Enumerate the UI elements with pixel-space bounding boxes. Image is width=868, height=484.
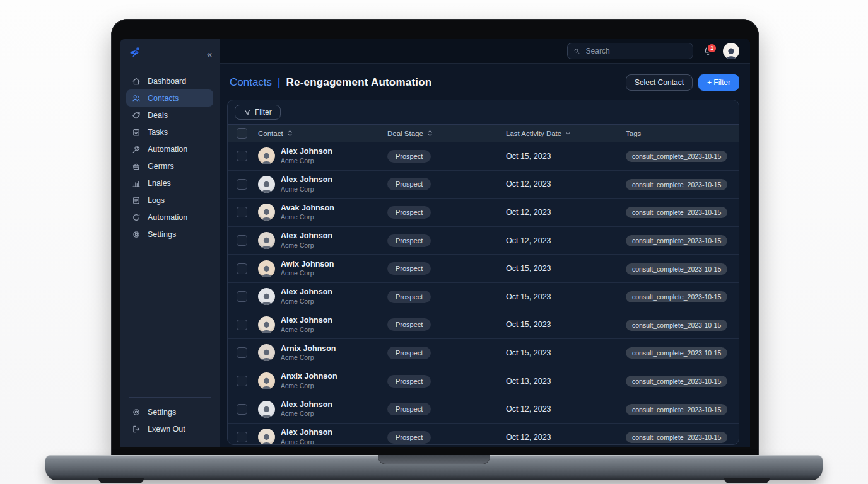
table-row[interactable]: Alex Johnson Acme Corp Prospect Oct 12, …: [228, 424, 739, 444]
contact-company: Acme Corp: [281, 213, 334, 221]
deal-stage-badge: Prospect: [387, 318, 431, 331]
sidebar-collapse-icon[interactable]: «: [207, 49, 211, 59]
contact-avatar: [258, 204, 275, 221]
user-avatar[interactable]: [723, 43, 739, 59]
column-header-deal-stage[interactable]: Deal Stage: [387, 130, 500, 137]
sidebar-item-dashboard[interactable]: Dashboard: [126, 72, 213, 89]
search-input[interactable]: [585, 46, 687, 56]
wrench-icon: [132, 145, 141, 154]
contact-name: Anxix Johnson: [281, 372, 337, 382]
filter-button[interactable]: Filter: [235, 105, 281, 120]
add-filter-button[interactable]: + Filter: [698, 74, 739, 91]
last-activity-date: Oct 15, 2023: [506, 152, 619, 161]
topbar: 1: [220, 39, 750, 64]
row-checkbox[interactable]: [237, 263, 247, 274]
select-all-checkbox[interactable]: [237, 128, 247, 139]
title-group: Contacts | Re-engagement Automation: [230, 76, 431, 89]
last-activity-date: Oct 12, 2023: [506, 208, 619, 217]
contact-name: Awix Johnson: [281, 260, 334, 270]
laptop-foot: [724, 478, 770, 483]
table-row[interactable]: Awix Johnson Acme Corp Prospect Oct 15, …: [228, 255, 739, 283]
table-row[interactable]: Alex Johnson Acme Corp Prospect Oct 12, …: [228, 227, 739, 255]
table-row[interactable]: Alex Johnson Acme Corp Prospect Oct 15, …: [228, 142, 739, 171]
contact-cell: Alex Johnson Acme Corp: [258, 428, 381, 444]
sort-both-icon: [427, 130, 433, 137]
row-checkbox[interactable]: [237, 207, 247, 217]
sidebar-item-automation[interactable]: Automation: [126, 141, 213, 158]
sort-down-icon: [565, 130, 571, 137]
sidebar-item-settings[interactable]: Settings: [126, 226, 213, 243]
laptop-screen-bezel: « Dashboard Contacts Deals Tasks Automat…: [111, 19, 759, 460]
notifications-button[interactable]: 1: [703, 46, 713, 57]
table-row[interactable]: Alex Johnson Acme Corp Prospect Oct 12, …: [228, 171, 739, 199]
deal-stage-badge: Prospect: [387, 403, 431, 415]
sidebar-item-lxewn-out[interactable]: Lxewn Out: [126, 420, 213, 437]
breadcrumb-contacts[interactable]: Contacts: [230, 76, 272, 89]
contact-name: Alex Johnson: [281, 316, 332, 326]
contact-avatar: [258, 147, 275, 164]
sidebar-divider: [129, 397, 211, 398]
contact-avatar: [258, 176, 275, 193]
last-activity-date: Oct 15, 2023: [506, 320, 619, 329]
column-header-contact[interactable]: Contact: [258, 130, 381, 137]
sidebar-item-deals[interactable]: Deals: [126, 107, 213, 124]
laptop-foot: [98, 478, 144, 483]
sidebar-item-lnales[interactable]: Lnales: [126, 175, 213, 192]
deal-stage-badge: Prospect: [387, 375, 431, 388]
sidebar-item-automation[interactable]: Automation: [126, 209, 213, 226]
logout-icon: [132, 425, 141, 434]
row-checkbox[interactable]: [237, 320, 247, 330]
bar-chart-icon: [132, 179, 141, 188]
tasks-icon: [132, 128, 141, 137]
last-activity-date: Oct 12, 2023: [506, 180, 619, 188]
laptop-base: [45, 455, 823, 480]
page-title: Re-engagement Automation: [286, 76, 432, 89]
tag-badge: consult_complete_2023-10-15: [626, 291, 727, 302]
table-row[interactable]: Alex Johnson Acme Corp Prospect Oct 15, …: [228, 311, 739, 340]
contact-company: Acme Corp: [281, 410, 332, 418]
table-toolbar: Filter: [228, 100, 739, 124]
sidebar-item-germrs[interactable]: Germrs: [126, 158, 213, 175]
deal-stage-badge: Prospect: [387, 234, 431, 247]
contact-company: Acme Corp: [281, 382, 337, 390]
table-row[interactable]: Alex Johnson Acme Corp Prospect Oct 15, …: [228, 283, 739, 311]
row-checkbox[interactable]: [237, 432, 247, 442]
row-checkbox[interactable]: [237, 347, 247, 358]
contact-name: Avak Johnson: [281, 204, 334, 214]
column-header-last-activity-date[interactable]: Last Activity Date: [506, 130, 619, 137]
table-row[interactable]: Arnix Johnson Acme Corp Prospect Oct 15,…: [228, 339, 739, 367]
tag-badge: consult_complete_2023-10-15: [626, 207, 727, 218]
home-icon: [132, 77, 141, 86]
table-body: Alex Johnson Acme Corp Prospect Oct 15, …: [228, 142, 739, 444]
contact-name: Alex Johnson: [281, 231, 332, 241]
search-box[interactable]: [567, 43, 693, 59]
sidebar-item-contacts[interactable]: Contacts: [126, 89, 213, 107]
document-icon: [132, 196, 141, 205]
deal-stage-badge: Prospect: [387, 291, 431, 303]
tag-icon: [132, 111, 141, 120]
sidebar-item-logs[interactable]: Logs: [126, 192, 213, 209]
row-checkbox[interactable]: [237, 151, 247, 161]
tag-badge: consult_complete_2023-10-15: [626, 151, 727, 162]
row-checkbox[interactable]: [237, 404, 247, 415]
table-row[interactable]: Avak Johnson Acme Corp Prospect Oct 12, …: [228, 199, 739, 227]
row-checkbox[interactable]: [237, 376, 247, 386]
row-checkbox[interactable]: [237, 291, 247, 302]
last-activity-date: Oct 15, 2023: [506, 349, 619, 357]
select-contact-button[interactable]: Select Contact: [626, 74, 693, 91]
tag-badge: consult_complete_2023-10-15: [626, 320, 727, 331]
table-row[interactable]: Alex Johnson Acme Corp Prospect Oct 12, …: [228, 395, 739, 424]
contact-avatar: [258, 429, 275, 444]
row-checkbox[interactable]: [237, 179, 247, 190]
contact-company: Acme Corp: [281, 269, 334, 277]
contact-company: Acme Corp: [281, 438, 332, 444]
last-activity-date: Oct 15, 2023: [506, 292, 619, 301]
sidebar-item-tasks[interactable]: Tasks: [126, 124, 213, 141]
sidebar-item-settings[interactable]: Settings: [126, 403, 213, 420]
table-row[interactable]: Anxix Johnson Acme Corp Prospect Oct 13,…: [228, 367, 739, 396]
filter-button-label: Filter: [255, 108, 272, 117]
sidebar: « Dashboard Contacts Deals Tasks Automat…: [120, 39, 220, 447]
contact-name: Alex Johnson: [281, 147, 332, 157]
contact-cell: Awix Johnson Acme Corp: [258, 260, 381, 278]
row-checkbox[interactable]: [237, 235, 247, 246]
